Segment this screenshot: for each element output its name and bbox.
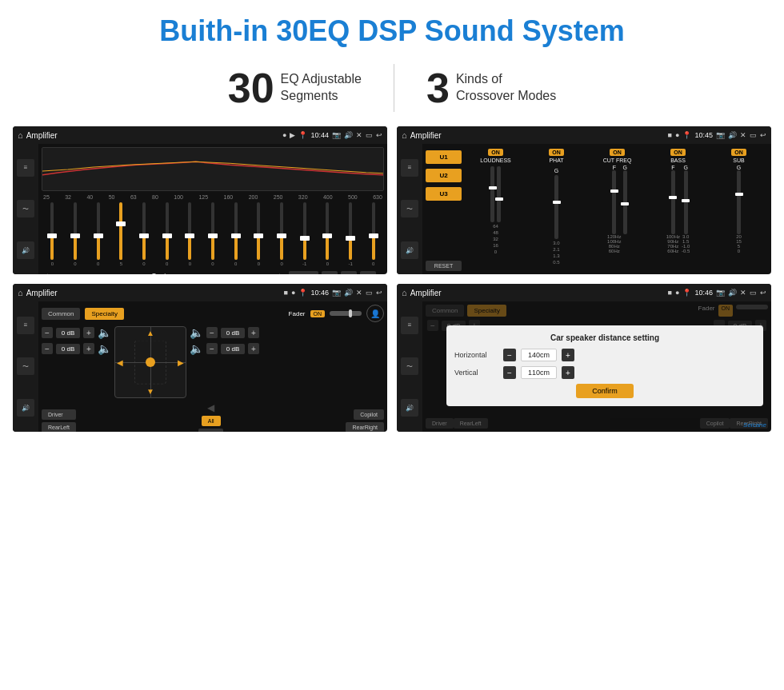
slider-loudness-1[interactable] xyxy=(490,166,494,222)
home-icon3[interactable]: ⌂ xyxy=(18,288,23,297)
back-icon[interactable]: ↩ xyxy=(376,131,382,139)
home-icon2[interactable]: ⌂ xyxy=(402,130,407,140)
sidebar-vol-btn2[interactable]: 🔊 xyxy=(401,241,418,259)
next-btn[interactable]: ▶ xyxy=(279,272,286,275)
sidebar-vol-btn3[interactable]: 🔊 xyxy=(17,399,34,417)
slider-loudness-2[interactable] xyxy=(497,166,501,222)
close-icon4[interactable]: ✕ xyxy=(740,289,746,297)
vol-plus-tr[interactable]: + xyxy=(248,327,259,338)
sidebar-wave-btn4[interactable]: 〜 xyxy=(401,357,418,375)
eq-slider-2[interactable]: 0 xyxy=(65,202,86,266)
vol-minus-br[interactable]: − xyxy=(206,343,218,354)
expand-btn[interactable]: » xyxy=(379,272,384,275)
eq-slider-1[interactable]: 0 xyxy=(42,202,63,266)
reset-btn2[interactable]: RESET xyxy=(426,261,462,271)
vol-plus-bl[interactable]: + xyxy=(83,343,94,354)
eq-slider-7[interactable]: 0 xyxy=(179,202,201,266)
u1-btn[interactable]: U1 xyxy=(322,271,338,275)
vertical-plus[interactable]: + xyxy=(562,366,574,379)
slider-phat[interactable] xyxy=(554,175,558,239)
rear-left-btn3[interactable]: RearLeft xyxy=(42,422,76,433)
eq-slider-5[interactable]: 0 xyxy=(134,202,155,266)
vol-plus-br[interactable]: + xyxy=(248,343,259,354)
u2-btn[interactable]: U2 xyxy=(341,271,357,275)
eq-slider-10[interactable]: 0 xyxy=(248,202,270,266)
user-btn3[interactable]: User xyxy=(198,429,223,432)
eq-slider-8[interactable]: 0 xyxy=(202,202,224,266)
u2-button[interactable]: U2 xyxy=(426,169,462,182)
on-badge-loudness[interactable]: ON xyxy=(488,149,503,156)
specialty-tab3[interactable]: Specialty xyxy=(85,308,123,320)
sidebar-wave-btn[interactable]: 〜 xyxy=(17,200,34,217)
close-icon[interactable]: ✕ xyxy=(356,131,362,139)
eq-slider-15[interactable]: 0 xyxy=(362,202,384,266)
eq-slider-3[interactable]: 0 xyxy=(87,202,109,266)
sidebar-wave-btn2[interactable]: 〜 xyxy=(401,200,418,217)
record-icon4: ■ xyxy=(668,289,672,297)
sidebar-eq-btn3[interactable]: ≡ xyxy=(17,317,34,334)
left-arrow[interactable]: ◀ xyxy=(117,358,123,367)
vol-minus-tl[interactable]: − xyxy=(42,327,53,338)
specialty-tab4[interactable]: Specialty xyxy=(467,305,506,317)
home-icon4[interactable]: ⌂ xyxy=(402,288,407,297)
on-badge-phat[interactable]: ON xyxy=(549,149,564,156)
vol-minus-bl[interactable]: − xyxy=(42,343,53,354)
u3-btn[interactable]: U3 xyxy=(360,271,376,275)
right-arrow[interactable]: ▶ xyxy=(178,358,184,367)
all-btn3[interactable]: All xyxy=(202,416,221,426)
reset-btn[interactable]: RESET xyxy=(289,271,318,275)
sidebar-wave-btn3[interactable]: 〜 xyxy=(17,357,34,375)
slider-bass-f[interactable] xyxy=(671,170,675,234)
back-icon3[interactable]: ↩ xyxy=(376,289,382,297)
sidebar-vol-btn4[interactable]: 🔊 xyxy=(401,399,418,417)
horizontal-minus[interactable]: − xyxy=(503,349,516,361)
on-badge-sub[interactable]: ON xyxy=(731,149,746,156)
u3-button[interactable]: U3 xyxy=(426,187,462,201)
prev-btn[interactable]: ◀ xyxy=(42,272,48,275)
eq-slider-12[interactable]: -1 xyxy=(294,202,315,266)
driver-btn4[interactable]: Driver xyxy=(426,418,454,429)
eq-slider-9[interactable]: 0 xyxy=(225,202,246,266)
rear-left-btn4[interactable]: RearLeft xyxy=(454,418,488,429)
common-tab4[interactable]: Common xyxy=(426,305,464,317)
fader-on-toggle[interactable]: ON xyxy=(310,310,326,317)
copilot-btn3[interactable]: Copilot xyxy=(354,409,384,420)
close-icon3[interactable]: ✕ xyxy=(356,289,362,297)
fader-slider[interactable] xyxy=(330,311,362,316)
up-arrow[interactable]: ▲ xyxy=(146,329,154,337)
driver-btn3[interactable]: Driver xyxy=(42,409,76,420)
sidebar-eq-btn2[interactable]: ≡ xyxy=(401,159,418,177)
eq-slider-14[interactable]: -1 xyxy=(340,202,362,266)
eq-slider-13[interactable]: 0 xyxy=(317,202,338,266)
slider-bass-g[interactable] xyxy=(684,170,688,234)
sidebar-vol-btn[interactable]: 🔊 xyxy=(17,241,34,259)
slider-cutfreq-f[interactable] xyxy=(612,170,616,234)
eq-slider-11[interactable]: 0 xyxy=(271,202,293,266)
slider-cutfreq-g[interactable] xyxy=(623,170,627,234)
on-badge-cutfreq[interactable]: ON xyxy=(610,149,625,156)
copilot-btn4[interactable]: Copilot xyxy=(700,418,730,429)
page-title: Buith-in 30EQ DSP Sound System xyxy=(0,0,784,56)
sidebar-eq-btn4[interactable]: ≡ xyxy=(401,317,418,334)
home-icon[interactable]: ⌂ xyxy=(18,130,23,140)
common-tab3[interactable]: Common xyxy=(42,308,80,320)
rear-right-btn3[interactable]: RearRight xyxy=(346,422,384,433)
slider-sub[interactable] xyxy=(737,170,741,234)
balance-pad[interactable]: ▲ ▼ ◀ ▶ xyxy=(114,326,186,398)
vertical-minus[interactable]: − xyxy=(503,366,516,379)
close-icon2[interactable]: ✕ xyxy=(740,131,746,139)
on-badge-bass[interactable]: ON xyxy=(670,149,686,156)
nav-left[interactable]: ◀ xyxy=(207,402,214,413)
sidebar-eq-btn[interactable]: ≡ xyxy=(17,159,34,177)
horizontal-plus[interactable]: + xyxy=(562,349,574,361)
eq-slider-4[interactable]: 5 xyxy=(110,202,132,266)
vol-plus-tl[interactable]: + xyxy=(83,327,94,338)
u1-button[interactable]: U1 xyxy=(426,150,462,164)
fader-on-toggle4[interactable]: ON xyxy=(718,305,734,317)
down-arrow[interactable]: ▼ xyxy=(146,387,154,396)
back-icon4[interactable]: ↩ xyxy=(760,289,766,297)
eq-slider-6[interactable]: 0 xyxy=(156,202,178,266)
back-icon2[interactable]: ↩ xyxy=(760,131,766,139)
vol-minus-tr[interactable]: − xyxy=(206,327,218,338)
confirm-button[interactable]: Confirm xyxy=(576,384,634,398)
